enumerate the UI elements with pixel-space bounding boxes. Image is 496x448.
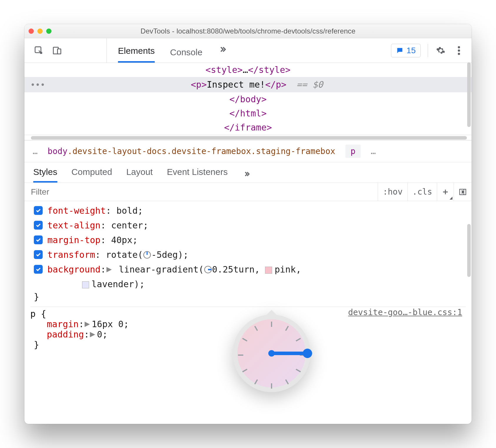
angle-swatch-icon[interactable] xyxy=(143,249,151,257)
inspect-element-icon[interactable] xyxy=(33,45,44,56)
css-declaration[interactable]: margin-top: 40px; xyxy=(30,233,466,248)
settings-icon[interactable] xyxy=(435,45,446,56)
checkbox-icon[interactable] xyxy=(34,265,43,274)
tab-event-listeners[interactable]: Event Listeners xyxy=(167,167,228,183)
breadcrumb[interactable]: … body.devsite-layout-docs.devsite-frame… xyxy=(24,140,472,162)
checkbox-icon[interactable] xyxy=(34,250,43,259)
checkbox-icon[interactable] xyxy=(34,206,43,215)
devtools-toolbar: Elements Console 15 xyxy=(24,38,472,63)
dom-tag: </style> xyxy=(248,65,291,75)
css-declaration[interactable]: text-align: center; xyxy=(30,218,466,233)
expand-icon[interactable]: ▶ xyxy=(84,318,90,329)
more-tabs-icon[interactable] xyxy=(218,45,228,56)
tab-computed[interactable]: Computed xyxy=(71,167,112,183)
dom-text: … xyxy=(243,65,248,75)
mac-titlebar: DevTools - localhost:8080/web/tools/chro… xyxy=(24,24,472,38)
divider xyxy=(428,44,428,57)
dom-tag[interactable]: </iframe> xyxy=(224,122,272,133)
dom-tag: <p> xyxy=(191,79,207,90)
styles-filter-row: :hov .cls xyxy=(24,183,472,201)
color-swatch-icon[interactable] xyxy=(82,281,89,288)
vertical-scrollbar[interactable] xyxy=(467,224,471,277)
rule-close-brace: } xyxy=(30,292,466,302)
tab-layout[interactable]: Layout xyxy=(126,167,153,183)
computed-sidebar-toggle-icon[interactable] xyxy=(454,183,472,201)
hov-toggle[interactable]: :hov xyxy=(378,183,407,201)
checkbox-icon[interactable] xyxy=(34,235,43,244)
breadcrumb-overflow-right[interactable]: … xyxy=(371,146,376,156)
zoom-window-button[interactable] xyxy=(46,29,51,34)
tab-styles[interactable]: Styles xyxy=(33,167,57,183)
dom-tag[interactable]: </body> xyxy=(229,94,267,104)
angle-swatch-icon[interactable] xyxy=(204,263,212,272)
more-menu-icon[interactable] xyxy=(453,45,465,56)
vertical-scrollbar[interactable] xyxy=(467,62,471,127)
dom-selected-row[interactable]: ••• <p>Inspect me!</p> == $0 xyxy=(24,77,472,92)
css-declaration[interactable]: background:▶ linear-gradient(0.25turn, p… xyxy=(30,262,466,292)
checkbox-icon[interactable] xyxy=(34,221,43,230)
dom-text: Inspect me! xyxy=(207,79,265,90)
source-link[interactable]: devsite-goo…-blue.css:1 xyxy=(348,307,462,317)
new-style-rule-button[interactable] xyxy=(437,183,454,201)
traffic-lights xyxy=(29,29,64,34)
dom-tag: <style> xyxy=(206,65,243,75)
breadcrumb-overflow-left[interactable]: … xyxy=(33,146,38,156)
angle-hand[interactable] xyxy=(272,352,310,355)
angle-hub xyxy=(268,350,275,357)
issues-button[interactable]: 15 xyxy=(391,44,421,57)
svg-point-3 xyxy=(458,46,460,49)
svg-point-5 xyxy=(458,53,460,55)
breadcrumb-selected[interactable]: p xyxy=(345,145,361,158)
issues-count: 15 xyxy=(407,46,416,55)
angle-dial[interactable] xyxy=(233,315,310,392)
device-toolbar-icon[interactable] xyxy=(51,45,63,56)
more-subtabs-icon[interactable] xyxy=(242,170,252,180)
svg-rect-2 xyxy=(57,49,61,54)
dom-line[interactable]: <style>…</style> xyxy=(24,63,472,77)
tab-console[interactable]: Console xyxy=(170,47,202,63)
devtools-window: DevTools - localhost:8080/web/tools/chro… xyxy=(24,24,472,424)
breadcrumb-body[interactable]: body.devsite-layout-docs.devsite-framebo… xyxy=(48,146,335,156)
window-title: DevTools - localhost:8080/web/tools/chro… xyxy=(67,27,429,35)
horizontal-scrollbar[interactable] xyxy=(24,135,472,140)
styles-filter-input[interactable] xyxy=(24,187,378,197)
console-ref: == $0 xyxy=(297,79,323,90)
tab-elements[interactable]: Elements xyxy=(118,46,155,63)
expand-icon[interactable]: ▶ xyxy=(106,262,112,276)
svg-point-4 xyxy=(458,49,460,52)
minimize-window-button[interactable] xyxy=(37,29,43,34)
expand-icon[interactable]: ▶ xyxy=(90,329,95,339)
close-window-button[interactable] xyxy=(29,29,34,34)
collapse-toggle-icon[interactable]: ••• xyxy=(30,80,45,90)
panel-tabs: Elements Console xyxy=(107,38,383,63)
color-swatch-icon[interactable] xyxy=(265,267,272,274)
styles-subtabs: Styles Computed Layout Event Listeners xyxy=(24,162,472,183)
cls-toggle[interactable]: .cls xyxy=(407,183,437,201)
css-declaration[interactable]: transform: rotate(-5deg); xyxy=(30,248,466,262)
css-declaration[interactable]: font-weight: bold; xyxy=(30,203,466,218)
dom-tree[interactable]: <style>…</style> ••• <p>Inspect me!</p> … xyxy=(24,63,472,140)
dom-tag: </p> xyxy=(265,79,286,90)
dom-tag[interactable]: </html> xyxy=(229,108,267,118)
angle-editor-popup[interactable] xyxy=(227,315,316,392)
